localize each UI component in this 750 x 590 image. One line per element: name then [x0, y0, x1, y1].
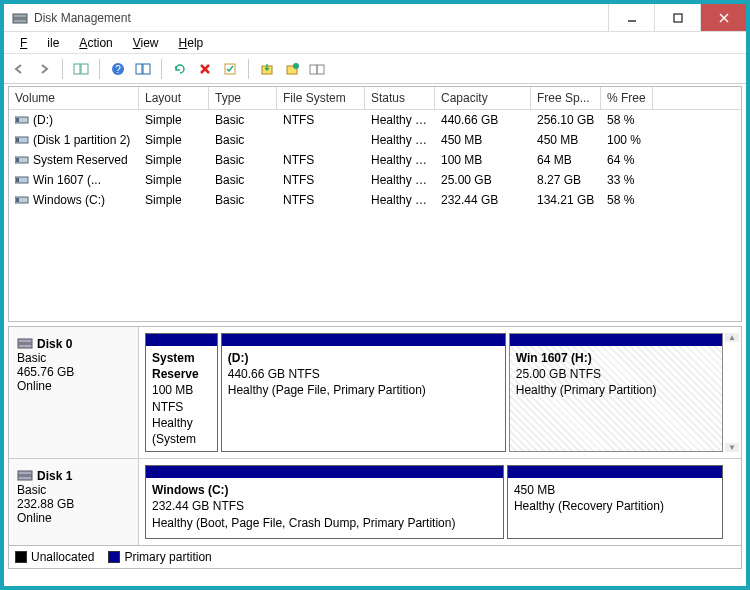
disk-block: Disk 1Basic232.88 GBOnlineWindows (C:)23… — [9, 459, 741, 545]
settings-button[interactable] — [132, 58, 154, 80]
svg-rect-3 — [674, 14, 682, 22]
svg-rect-25 — [16, 158, 19, 162]
partition[interactable]: 450 MBHealthy (Recovery Partition) — [507, 465, 723, 539]
svg-rect-31 — [18, 344, 32, 348]
partition-stripe — [146, 334, 217, 346]
volume-pct: 58 % — [601, 111, 653, 129]
disk-block: Disk 0Basic465.76 GBOnlineSystem Reserve… — [9, 327, 741, 459]
volume-list[interactable]: Volume Layout Type File System Status Ca… — [8, 86, 742, 322]
volume-layout: Simple — [139, 151, 209, 169]
menu-view[interactable]: View — [123, 34, 169, 52]
menu-file[interactable]: File — [10, 34, 69, 52]
volume-row[interactable]: System ReservedSimpleBasicNTFSHealthy (S… — [9, 150, 741, 170]
partition-size: 450 MB — [514, 483, 555, 497]
volume-pct: 64 % — [601, 151, 653, 169]
help-button[interactable]: ? — [107, 58, 129, 80]
window-title: Disk Management — [34, 11, 608, 25]
volume-type: Basic — [209, 171, 277, 189]
volume-free: 256.10 GB — [531, 111, 601, 129]
refresh-button[interactable] — [169, 58, 191, 80]
volume-name: Win 1607 (... — [33, 173, 101, 187]
partition[interactable]: Win 1607 (H:)25.00 GB NTFSHealthy (Prima… — [509, 333, 723, 452]
back-button[interactable] — [8, 58, 30, 80]
volume-name: (D:) — [33, 113, 53, 127]
partition[interactable]: System Reserve100 MB NTFSHealthy (System — [145, 333, 218, 452]
menu-help[interactable]: Help — [169, 34, 214, 52]
svg-point-17 — [293, 63, 299, 69]
disk-icon — [17, 335, 33, 351]
close-button[interactable] — [700, 4, 746, 31]
svg-rect-27 — [16, 178, 19, 182]
svg-rect-7 — [81, 64, 88, 74]
maximize-button[interactable] — [654, 4, 700, 31]
col-layout[interactable]: Layout — [139, 87, 209, 109]
partition-title: (D:) — [228, 351, 249, 365]
volume-layout: Simple — [139, 131, 209, 149]
action-button-2[interactable] — [281, 58, 303, 80]
volume-row[interactable]: Win 1607 (...SimpleBasicNTFSHealthy (P..… — [9, 170, 741, 190]
volume-name: System Reserved — [33, 153, 128, 167]
volume-row[interactable]: (Disk 1 partition 2)SimpleBasicHealthy (… — [9, 130, 741, 150]
svg-rect-19 — [317, 65, 324, 74]
legend-primary: Primary partition — [108, 550, 211, 564]
action-button-3[interactable] — [306, 58, 328, 80]
toolbar-separator — [99, 59, 100, 79]
partition-status: Healthy (Recovery Partition) — [514, 499, 664, 513]
forward-button[interactable] — [33, 58, 55, 80]
volume-type: Basic — [209, 151, 277, 169]
svg-rect-23 — [16, 138, 19, 142]
volume-free: 64 MB — [531, 151, 601, 169]
toolbar: ? — [4, 54, 746, 84]
partition-stripe — [222, 334, 505, 346]
col-pctfree[interactable]: % Free — [601, 87, 653, 109]
col-freespace[interactable]: Free Sp... — [531, 87, 601, 109]
volume-layout: Simple — [139, 191, 209, 209]
col-status[interactable]: Status — [365, 87, 435, 109]
volume-layout: Simple — [139, 171, 209, 189]
partition[interactable]: (D:)440.66 GB NTFSHealthy (Page File, Pr… — [221, 333, 506, 452]
svg-text:?: ? — [115, 64, 121, 75]
volume-fs: NTFS — [277, 111, 365, 129]
volume-fs: NTFS — [277, 171, 365, 189]
volume-status: Healthy (S... — [365, 151, 435, 169]
volume-type: Basic — [209, 191, 277, 209]
col-volume[interactable]: Volume — [9, 87, 139, 109]
col-spacer — [653, 87, 741, 109]
svg-rect-29 — [16, 198, 19, 202]
volume-row[interactable]: (D:)SimpleBasicNTFSHealthy (P...440.66 G… — [9, 110, 741, 130]
disk-info[interactable]: Disk 0Basic465.76 GBOnline — [9, 327, 139, 458]
delete-button[interactable] — [194, 58, 216, 80]
volume-capacity: 25.00 GB — [435, 171, 531, 189]
volume-pct: 100 % — [601, 131, 653, 149]
svg-rect-33 — [18, 476, 32, 480]
col-filesystem[interactable]: File System — [277, 87, 365, 109]
action-button-1[interactable] — [256, 58, 278, 80]
scroll-indicator[interactable]: ▲▼ — [725, 333, 739, 452]
volume-capacity: 100 MB — [435, 151, 531, 169]
titlebar: Disk Management — [4, 4, 746, 32]
volume-row[interactable]: Windows (C:)SimpleBasicNTFSHealthy (B...… — [9, 190, 741, 210]
volume-fs: NTFS — [277, 191, 365, 209]
partition-title: System Reserve — [152, 351, 199, 381]
volume-type: Basic — [209, 131, 277, 149]
properties-button[interactable] — [219, 58, 241, 80]
disk-icon — [17, 467, 33, 483]
show-hide-button[interactable] — [70, 58, 92, 80]
col-capacity[interactable]: Capacity — [435, 87, 531, 109]
volume-status: Healthy (B... — [365, 191, 435, 209]
col-type[interactable]: Type — [209, 87, 277, 109]
minimize-button[interactable] — [608, 4, 654, 31]
legend: Unallocated Primary partition — [8, 546, 742, 569]
volume-fs — [277, 131, 365, 149]
menu-action[interactable]: Action — [69, 34, 122, 52]
volume-status: Healthy (R... — [365, 131, 435, 149]
partition-title: Win 1607 (H:) — [516, 351, 592, 365]
volume-icon — [15, 194, 29, 204]
disk-layout: System Reserve100 MB NTFSHealthy (System… — [139, 327, 741, 458]
toolbar-separator — [161, 59, 162, 79]
disk-type: Basic — [17, 483, 130, 497]
partition-size: 100 MB NTFS — [152, 383, 193, 413]
partition[interactable]: Windows (C:)232.44 GB NTFSHealthy (Boot,… — [145, 465, 504, 539]
disk-info[interactable]: Disk 1Basic232.88 GBOnline — [9, 459, 139, 545]
volume-capacity: 450 MB — [435, 131, 531, 149]
